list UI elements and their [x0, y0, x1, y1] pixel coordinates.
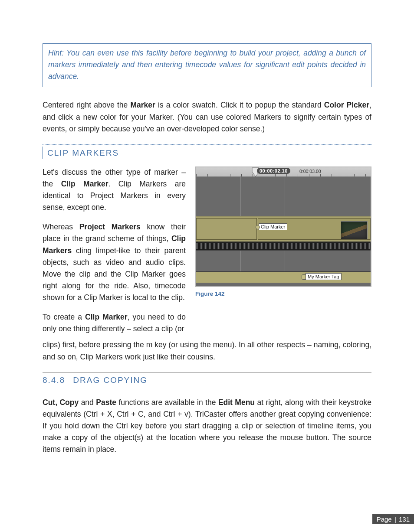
track-divider — [285, 251, 285, 271]
clip-thumbnail — [341, 221, 368, 239]
paragraph-drag-copy: Cut, Copy and Paste functions are availa… — [43, 397, 371, 456]
track-empty — [196, 251, 371, 271]
heading-block: 8.4.8DRAG COPYING — [43, 372, 371, 387]
text: and — [79, 398, 96, 407]
text-bold: Clip Marker — [85, 313, 128, 321]
timecode-badge: 00:00:02.10 — [257, 168, 290, 174]
text-bold: Edit Menu — [218, 398, 255, 407]
track-audio-waveform — [196, 242, 371, 251]
heading-clip-markers: CLIP MARKERS — [47, 147, 371, 159]
track-divider — [240, 177, 241, 216]
clip-segment — [196, 218, 257, 240]
footer-page-number: 131 — [399, 516, 410, 523]
track-marker-tag: My Marker Tag — [196, 271, 371, 283]
marker-tag-label: My Marker Tag — [306, 273, 342, 280]
paragraph-clip-3: To create a Clip Marker, you need to do … — [43, 311, 186, 335]
paragraph-clip-4: clips) first, before pressing the m key … — [43, 339, 371, 362]
heading-block: CLIP MARKERS — [43, 147, 371, 159]
two-column-layout: Let's discuss the other type of marker –… — [43, 166, 371, 335]
column-figure: 00:00:02.10 0:00:03.00 Clip Marker — [195, 166, 371, 335]
figure-caption: Figure 142 — [195, 290, 371, 297]
footer-separator: | — [394, 516, 397, 523]
column-text: Let's discuss the other type of marker –… — [43, 166, 186, 335]
hint-text: Hint: You can even use this facility bef… — [48, 47, 366, 82]
heading-drag-copying: 8.4.8DRAG COPYING — [43, 375, 371, 385]
text: functions are available in the — [116, 398, 218, 407]
heading-number: 8.4.8 — [43, 375, 65, 385]
track-empty — [196, 177, 371, 216]
text-bold: Cut, Copy — [43, 398, 79, 407]
page-footer: Page | 131 — [372, 514, 414, 524]
footer-label: Page — [377, 516, 392, 523]
figure-screenshot: 00:00:02.10 0:00:03.00 Clip Marker — [195, 166, 371, 287]
track-clip: Clip Marker — [196, 216, 371, 242]
text: Centered right above the — [43, 101, 130, 109]
heading-title: DRAG COPYING — [73, 375, 148, 385]
text: To create a — [43, 313, 85, 321]
clip-marker-label: Clip Marker — [259, 223, 287, 230]
text: is a color swatch. Click it to popup the… — [155, 101, 324, 109]
timecode-small: 0:00:03.00 — [299, 169, 321, 174]
paragraph-clip-1: Let's discuss the other type of marker –… — [43, 166, 186, 214]
text: Whereas — [43, 222, 79, 231]
track-divider — [240, 251, 241, 271]
ruler-ticks — [196, 174, 371, 176]
timeline-ruler: 00:00:02.10 0:00:03.00 — [196, 167, 371, 177]
text-bold: Clip Marker — [61, 180, 108, 188]
text-bold: Project Markers — [79, 222, 141, 231]
text-bold: Marker — [130, 101, 155, 109]
waveform-icon — [196, 243, 371, 249]
paragraph-color-swatch: Centered right above the Marker is a col… — [43, 99, 371, 134]
track-empty — [196, 283, 371, 286]
track-divider — [285, 177, 285, 216]
hint-callout: Hint: You can even use this facility bef… — [43, 43, 371, 87]
dotted-divider — [43, 144, 371, 145]
paragraph-clip-2: Whereas Project Markers know their place… — [43, 221, 186, 304]
text-bold: Paste — [96, 398, 116, 407]
text-bold: Color Picker — [324, 101, 369, 109]
